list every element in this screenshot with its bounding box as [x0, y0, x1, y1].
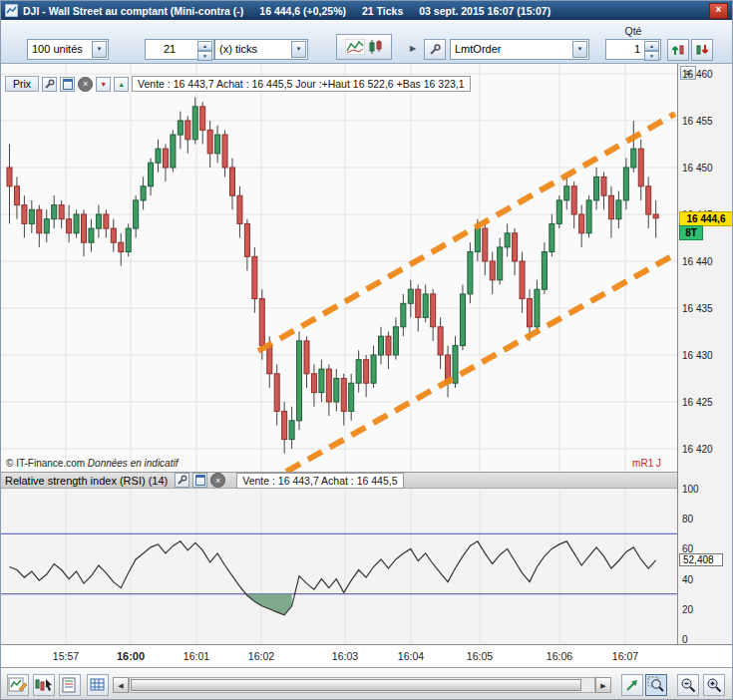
sell-order-button[interactable]	[691, 39, 713, 61]
move-panel-up-button[interactable]: ▲	[114, 77, 129, 92]
collapse-panel-icon[interactable]: ▶	[410, 44, 416, 53]
zoom-in-button[interactable]	[703, 674, 725, 696]
zoom-select-icon	[647, 676, 665, 694]
window-icon	[195, 475, 205, 486]
qty-label: Qté	[605, 25, 661, 37]
scroll-right-icon[interactable]: ▶	[595, 677, 611, 693]
chart-style-button[interactable]	[336, 34, 392, 60]
copyright-note: © IT-Finance.com Données en indicatif	[6, 458, 178, 469]
scrollbar-thumb[interactable]	[131, 679, 581, 691]
chevron-down-icon[interactable]: ▼	[291, 41, 306, 58]
app-chart-icon	[5, 4, 18, 17]
price-settings-button[interactable]	[42, 77, 57, 92]
qty-value: 1	[634, 43, 640, 55]
order-type-dropdown[interactable]: LmtOrder ▼	[450, 39, 589, 60]
scrollbar-track[interactable]	[129, 677, 595, 693]
buy-arrows-icon	[671, 43, 685, 57]
chevron-down-icon[interactable]: ▼	[572, 41, 587, 58]
price-axis-label: 16 450	[682, 163, 713, 174]
zoom-out-button[interactable]	[677, 674, 699, 696]
rsi-chart-canvas[interactable]	[1, 489, 677, 644]
chevron-down-icon[interactable]: ▼	[92, 41, 107, 58]
wrench-icon	[429, 44, 441, 56]
rsi-panel-title: Relative strength index (RSI) (14)	[5, 475, 168, 487]
title-resolution: 21 Ticks	[362, 5, 403, 17]
spin-down-icon[interactable]: ▼	[644, 51, 659, 61]
chart-scrollbar[interactable]: ◀ ▶	[113, 677, 611, 693]
orders-list-button[interactable]	[59, 674, 81, 696]
order-settings-button[interactable]	[424, 39, 446, 60]
zoom-out-icon	[679, 676, 697, 694]
price-axis-label: 16 460	[682, 69, 713, 80]
buy-order-button[interactable]	[667, 39, 689, 61]
rsi-quote-info: Vente : 16 443,7 Achat : 16 445,5	[236, 473, 403, 489]
price-axis-label: 16 455	[682, 116, 713, 127]
time-axis: 15:5716:0016:0116:0216:0316:0416:0516:06…	[1, 644, 733, 667]
price-axis-label: 16 430	[682, 350, 713, 361]
rsi-axis-label: 80	[682, 514, 693, 525]
time-axis-label: 16:03	[332, 650, 358, 662]
units-dropdown[interactable]: 100 unités ▼	[27, 39, 109, 60]
price-chart-panel[interactable]: Prix × ▼ ▲ Vente : 16 443,7 Achat : 16 4…	[1, 64, 677, 472]
current-price-marker: 16 444,6	[679, 211, 733, 226]
price-chart-canvas[interactable]	[1, 64, 677, 472]
copyright-disclaimer: Données en indicatif	[88, 458, 179, 469]
time-axis-label: 16:04	[398, 650, 424, 662]
rsi-axis-label: 40	[682, 574, 693, 585]
grid-view-button[interactable]	[87, 674, 109, 696]
scroll-left-icon[interactable]: ◀	[113, 677, 129, 693]
price-axis[interactable]: ≡ 16 444,6 8T 52,408 16 46016 45516 4501…	[677, 64, 733, 644]
chart-pencil-icon	[8, 676, 28, 694]
title-bar[interactable]: DJI - Wall Street au comptant (Mini-cont…	[1, 1, 732, 20]
price-axis-label: 16 425	[682, 397, 713, 408]
interval-unit-dropdown[interactable]: (x) ticks ▼	[214, 39, 308, 60]
list-page-icon	[61, 676, 79, 694]
title-price: 16 444,6 (+0,25%)	[259, 5, 346, 17]
spin-up-icon[interactable]: ▲	[197, 41, 212, 51]
drawing-tools-button[interactable]	[7, 674, 29, 696]
detach-window-button[interactable]	[60, 77, 75, 92]
spin-down-icon[interactable]: ▼	[197, 51, 212, 61]
price-axis-label: 16 420	[682, 444, 713, 455]
bottom-toolbar: ◀ ▶	[1, 667, 733, 700]
qty-stepper[interactable]: 1 ▲ ▼	[605, 39, 661, 60]
wrench-icon	[44, 79, 55, 90]
rsi-settings-button[interactable]	[175, 473, 189, 488]
time-axis-label: 16:02	[248, 650, 274, 662]
rsi-detach-window-button[interactable]	[192, 473, 207, 488]
zoom-select-button[interactable]	[645, 674, 667, 696]
interval-value: 21	[164, 43, 176, 55]
time-axis-label: 16:07	[612, 650, 638, 662]
spin-up-icon[interactable]: ▲	[644, 41, 659, 51]
price-axis-label: 16 440	[682, 256, 713, 267]
rsi-axis-label: 20	[682, 604, 693, 615]
grid-icon	[89, 676, 107, 694]
main-toolbar: 100 unités ▼ 21 ▲ ▼ (x) ticks ▼ ▶ LmtOrd…	[1, 20, 732, 64]
wrench-icon	[177, 475, 187, 486]
interval-stepper[interactable]: 21 ▲ ▼	[145, 39, 214, 60]
auto-scroll-button[interactable]	[621, 674, 643, 696]
trading-app-window: DJI - Wall Street au comptant (Mini-cont…	[0, 0, 733, 700]
green-up-arrow-icon: ▲	[118, 81, 125, 88]
price-quote-info: Vente : 16 443,7 Achat : 16 445,5 Jour :…	[132, 76, 471, 92]
rsi-value-marker: 52,408	[679, 553, 723, 566]
rsi-axis-label: 100	[682, 484, 699, 495]
move-panel-down-button[interactable]: ▼	[96, 77, 111, 92]
red-down-arrow-icon: ▼	[100, 81, 107, 88]
time-axis-label: 16:00	[117, 650, 145, 662]
order-type-value: LmtOrder	[455, 43, 501, 55]
units-value: 100 unités	[32, 43, 83, 55]
cursor-mode-button[interactable]	[33, 674, 55, 696]
close-panel-button[interactable]: ×	[78, 77, 93, 92]
sell-arrows-icon	[695, 43, 709, 57]
copyright-text: © IT-Finance.com	[6, 458, 85, 469]
green-arrow-icon	[624, 677, 640, 693]
rsi-close-panel-button[interactable]: ×	[210, 473, 225, 488]
line-style-icon	[345, 39, 365, 55]
close-icon[interactable]: ×	[709, 3, 728, 19]
tick-count-marker: 8T	[679, 225, 703, 240]
candle-style-icon	[368, 39, 384, 55]
zoom-in-icon	[705, 676, 723, 694]
price-panel-header: Prix × ▼ ▲ Vente : 16 443,7 Achat : 16 4…	[5, 76, 471, 92]
rsi-chart-panel[interactable]	[1, 489, 677, 644]
